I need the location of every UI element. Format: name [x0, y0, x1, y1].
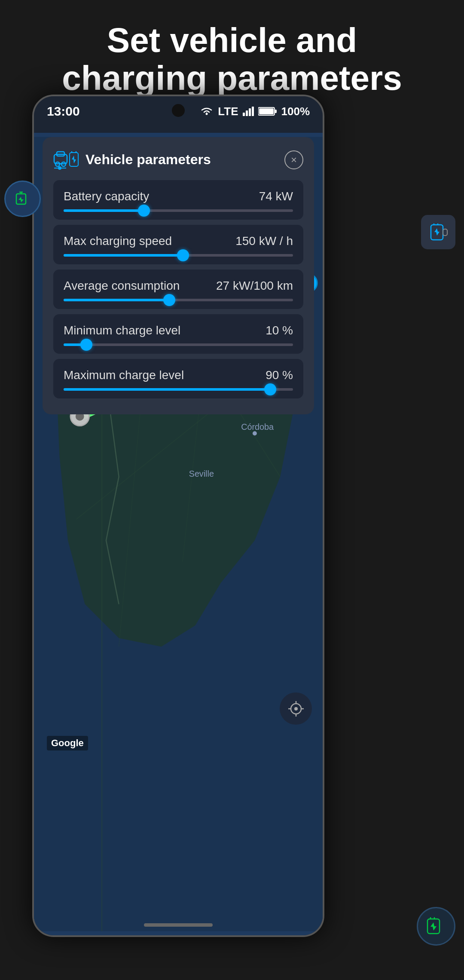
slider-track-average_consumption[interactable] — [64, 299, 293, 301]
modal-header-left: Vehicle parameters — [53, 148, 211, 172]
param-header-max_charging_speed: Max charging speed 150 kW / h — [64, 234, 293, 248]
phone-home-indicator[interactable] — [144, 923, 213, 927]
page-header: Set vehicle and charging parameters — [0, 13, 464, 106]
param-label-battery_capacity: Battery capacity — [64, 190, 149, 203]
slider-track-minimum_charge_level[interactable] — [64, 343, 293, 346]
slider-fill-max_charging_speed — [64, 254, 183, 257]
slider-fill-battery_capacity — [64, 209, 144, 212]
bottom-ev-icon[interactable] — [417, 907, 455, 946]
side-icons — [421, 215, 455, 249]
svg-marker-3 — [18, 197, 24, 202]
camera-notch — [172, 104, 185, 117]
param-value-max_charging_speed: 150 kW / h — [235, 234, 293, 248]
battery-percent: 100% — [281, 105, 310, 118]
slider-fill-maximum_charge_level — [64, 388, 270, 391]
network-type: LTE — [218, 105, 238, 118]
location-button[interactable] — [280, 692, 312, 725]
param-value-average_consumption: 27 kW/100 km — [216, 279, 293, 293]
svg-marker-73 — [430, 922, 437, 931]
svg-rect-69 — [443, 229, 447, 236]
header-line1: Set vehicle and — [26, 21, 438, 59]
svg-point-28 — [253, 431, 257, 435]
left-icon-ev — [4, 181, 41, 217]
param-label-average_consumption: Average consumption — [64, 279, 180, 293]
svg-point-4 — [206, 113, 208, 115]
side-icon-charging[interactable] — [421, 215, 455, 249]
phone-frame: 13:00 LTE 100% — [32, 95, 324, 937]
status-icons: LTE 100% — [200, 105, 310, 118]
param-header-minimum_charge_level: Minimum charge level 10 % — [64, 324, 293, 337]
battery-icon — [258, 107, 277, 116]
param-row-maximum_charge_level: Maximum charge level 90 % — [53, 359, 303, 398]
param-row-average_consumption: Average consumption 27 kW/100 km — [53, 270, 303, 309]
wifi-icon — [200, 106, 214, 116]
param-value-minimum_charge_level: 10 % — [266, 324, 293, 337]
close-modal-button[interactable]: × — [284, 150, 303, 169]
svg-rect-7 — [249, 108, 251, 116]
param-value-battery_capacity: 74 kW — [259, 190, 293, 203]
param-label-minimum_charge_level: Minimum charge level — [64, 324, 180, 337]
modal-vehicle-icon — [53, 148, 79, 172]
param-row-minimum_charge_level: Minimum charge level 10 % — [53, 314, 303, 354]
google-attribution: Google — [47, 736, 88, 750]
param-row-battery_capacity: Battery capacity 74 kW — [53, 180, 303, 220]
svg-marker-68 — [434, 228, 440, 236]
left-side-decoration — [4, 181, 41, 224]
slider-track-battery_capacity[interactable] — [64, 209, 293, 212]
modal-title-text: Vehicle parameters — [85, 152, 211, 168]
status-time: 13:00 — [47, 104, 80, 119]
vehicle-parameters-modal: Vehicle parameters × Battery capacity 74… — [43, 137, 314, 414]
svg-rect-11 — [259, 108, 274, 114]
slider-thumb-minimum_charge_level[interactable] — [80, 339, 92, 351]
param-header-maximum_charge_level: Maximum charge level 90 % — [64, 368, 293, 382]
svg-rect-6 — [246, 110, 248, 116]
slider-thumb-max_charging_speed[interactable] — [177, 249, 189, 261]
svg-rect-10 — [275, 110, 277, 113]
svg-point-50 — [294, 707, 298, 710]
slider-thumb-battery_capacity[interactable] — [138, 205, 150, 217]
param-row-max_charging_speed: Max charging speed 150 kW / h — [53, 225, 303, 264]
slider-thumb-average_consumption[interactable] — [163, 294, 175, 306]
svg-point-64 — [58, 166, 61, 170]
param-header-average_consumption: Average consumption 27 kW/100 km — [64, 279, 293, 293]
slider-track-maximum_charge_level[interactable] — [64, 388, 293, 391]
param-value-maximum_charge_level: 90 % — [266, 368, 293, 382]
svg-marker-62 — [72, 156, 76, 163]
slider-thumb-maximum_charge_level[interactable] — [264, 383, 276, 395]
param-label-maximum_charge_level: Maximum charge level — [64, 368, 184, 382]
param-label-max_charging_speed: Max charging speed — [64, 234, 172, 248]
signal-icon — [243, 107, 254, 116]
modal-header: Vehicle parameters × — [53, 148, 303, 172]
slider-fill-average_consumption — [64, 299, 169, 301]
svg-rect-5 — [243, 113, 245, 116]
svg-rect-8 — [252, 107, 254, 116]
param-header-battery_capacity: Battery capacity 74 kW — [64, 190, 293, 203]
svg-text:Córdoba: Córdoba — [241, 422, 274, 432]
svg-text:Seville: Seville — [189, 469, 214, 478]
header-line2: charging parameters — [26, 59, 438, 97]
slider-track-max_charging_speed[interactable] — [64, 254, 293, 257]
parameters-container: Battery capacity 74 kW Max charging spee… — [53, 180, 303, 398]
